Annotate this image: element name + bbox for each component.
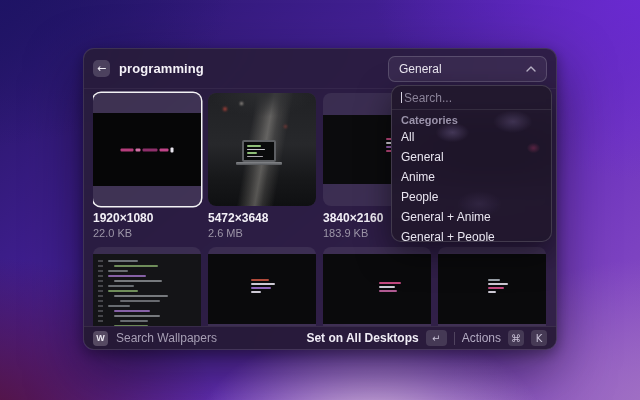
header: ← programming General <box>84 49 556 89</box>
wallpaper-resolution: 5472×3648 <box>208 211 316 225</box>
laptop-silhouette <box>242 140 282 165</box>
wallpaper-thumbnail <box>323 254 431 324</box>
category-option-general-anime[interactable]: General + Anime <box>392 207 551 227</box>
actions-menu-button[interactable]: Actions <box>462 331 501 345</box>
back-button[interactable]: ← <box>93 60 110 77</box>
command-key-icon: ⌘ <box>508 330 524 346</box>
wallpaper-thumbnail <box>93 254 201 326</box>
k-key-icon: K <box>531 330 547 346</box>
wallpaper-tile[interactable] <box>208 93 316 206</box>
grid-row-2 <box>93 247 547 326</box>
app-name-label: Search Wallpapers <box>116 331 217 345</box>
arrow-left-icon: ← <box>97 63 106 74</box>
wallpaper-cell: 5472×3648 2.6 MB <box>208 93 316 239</box>
wallpaper-thumbnail <box>438 254 546 324</box>
category-dropdown-value: General <box>399 62 442 76</box>
wallpaper-cell <box>323 247 431 326</box>
wallpaper-tile[interactable] <box>93 247 201 326</box>
page-title: programming <box>119 61 204 76</box>
wallpaper-thumbnail <box>208 254 316 324</box>
option-label: Anime <box>401 170 435 184</box>
category-option-general[interactable]: General <box>392 147 551 167</box>
category-dropdown-popup: Search... Categories All General Anime P… <box>391 85 552 242</box>
wallpaper-tile[interactable] <box>323 247 431 326</box>
wallpaper-thumbnail <box>208 93 316 206</box>
option-label: General + Anime <box>401 210 491 224</box>
search-placeholder: Search... <box>404 91 452 105</box>
option-label: General + People <box>401 230 495 242</box>
wallpaper-thumbnail <box>93 113 201 186</box>
wallpaper-tile-selected[interactable] <box>93 93 201 206</box>
wallpaper-cell <box>208 247 316 326</box>
categories-section-label: Categories <box>392 110 551 127</box>
option-label: General <box>401 150 444 164</box>
text-caret <box>401 92 402 103</box>
footer-divider <box>454 332 455 345</box>
wallpaper-browser-window: ← programming General <box>83 48 557 350</box>
chevron-up-icon <box>526 66 536 72</box>
wallpapers-app-icon: W <box>93 331 108 346</box>
option-label: People <box>401 190 438 204</box>
category-option-general-people[interactable]: General + People <box>392 227 551 242</box>
action-bar: W Search Wallpapers Set on All Desktops … <box>84 326 556 349</box>
option-label: All <box>401 130 414 144</box>
wallpaper-tile[interactable] <box>208 247 316 326</box>
return-key-icon: ↵ <box>426 330 447 346</box>
category-option-people[interactable]: People <box>392 187 551 207</box>
wallpaper-resolution: 1920×1080 <box>93 211 201 225</box>
wallpaper-cell <box>93 247 201 326</box>
category-search-input[interactable]: Search... <box>392 86 551 109</box>
wallpaper-tile[interactable] <box>438 247 546 326</box>
category-option-anime[interactable]: Anime <box>392 167 551 187</box>
category-dropdown[interactable]: General <box>388 56 547 82</box>
wallpaper-cell <box>438 247 546 326</box>
footer-actions: Set on All Desktops ↵ Actions ⌘ K <box>306 330 547 346</box>
wallpaper-filesize: 2.6 MB <box>208 227 316 239</box>
wallpaper-filesize: 22.0 KB <box>93 227 201 239</box>
set-on-all-desktops-button[interactable]: Set on All Desktops <box>306 331 418 345</box>
wallpaper-cell: 1920×1080 22.0 KB <box>93 93 201 239</box>
category-option-all[interactable]: All <box>392 127 551 147</box>
